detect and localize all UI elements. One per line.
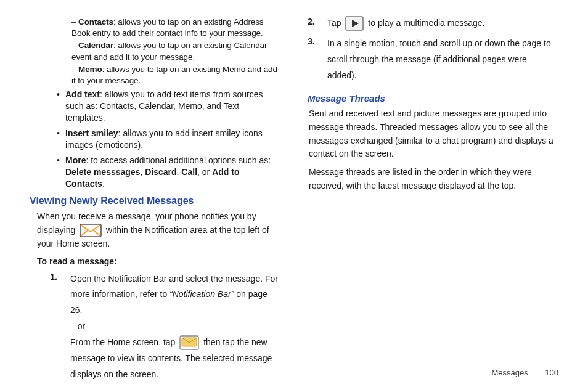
bullet-dot-icon: • — [57, 89, 65, 124]
step2-b: to play a multimedia message. — [368, 18, 484, 28]
label-more: More — [65, 155, 86, 165]
step1-c-a: From the Home screen, tap — [70, 337, 178, 347]
heading-message-threads: Message Threads — [308, 92, 558, 105]
right-column: 2. Tap to play a multimedia message. 3. — [294, 16, 558, 383]
subitem-contacts: – Contacts: allows you to tap on an exis… — [30, 17, 280, 39]
play-button-icon — [345, 16, 364, 31]
step-3-number: 3. — [308, 36, 327, 84]
opt-call: Call — [181, 167, 197, 177]
envelope-icon — [80, 224, 102, 237]
step2-a: Tap — [327, 18, 343, 28]
label-add-text: Add text — [65, 89, 100, 99]
bullet-insert-smiley: • Insert smiley: allows you to add inser… — [30, 128, 280, 151]
step3-text: In a single motion, touch and scroll up … — [327, 38, 551, 80]
bullet-more: • More: to access additional additional … — [30, 155, 280, 190]
label-calendar: Calendar — [78, 41, 113, 50]
manual-page: – Contacts: allows you to tap on an exis… — [0, 0, 588, 392]
subitem-memo: – Memo: allows you to tap on an existing… — [30, 64, 280, 86]
text-memo: : allows you to tap on an existing Memo … — [71, 65, 277, 85]
left-column: – Contacts: allows you to tap on an exis… — [30, 16, 294, 383]
bullet-dot-icon: • — [57, 128, 65, 151]
step-1: 1. Open the Notification Bar and select … — [30, 271, 280, 383]
label-memo: Memo — [78, 65, 102, 74]
opt-delete: Delete messsages — [65, 167, 140, 177]
bullet-dot-icon: • — [57, 155, 65, 190]
two-column-layout: – Contacts: allows you to tap on an exis… — [30, 16, 558, 383]
subitem-calendar: – Calendar: allows you to tap on an exis… — [30, 40, 280, 62]
page-footer: Messages 100 — [491, 367, 558, 378]
step-1-number: 1. — [37, 271, 70, 383]
footer-section: Messages — [491, 368, 528, 377]
step-2: 2. Tap to play a multimedia message. — [308, 16, 558, 31]
text-more-lead: : to access additional additional option… — [86, 155, 271, 165]
bullet-add-text: • Add text: allows you to add text items… — [30, 89, 280, 124]
step-2-number: 2. — [308, 16, 327, 31]
sep-or: , or — [197, 167, 212, 177]
threads-para-2: Message threads are listed in the order … — [309, 166, 558, 192]
period: . — [102, 179, 105, 189]
heading-viewing-newly: Viewing Newly Received Messages — [30, 194, 280, 208]
label-contacts: Contacts — [78, 17, 113, 27]
label-insert-smiley: Insert smiley — [65, 128, 118, 138]
intro-paragraph: When you receive a message, your phone n… — [30, 210, 280, 251]
to-read-label: To read a message: — [30, 256, 280, 267]
messaging-app-icon — [179, 335, 199, 350]
step1-or: – or – — [70, 319, 280, 335]
step-3: 3. In a single motion, touch and scroll … — [308, 36, 558, 84]
opt-discard: Discard — [145, 167, 176, 177]
footer-page-number: 100 — [545, 367, 558, 378]
threads-para-1: Sent and received text and picture messa… — [309, 107, 558, 161]
step1-ref: “Notification Bar” — [169, 289, 234, 299]
